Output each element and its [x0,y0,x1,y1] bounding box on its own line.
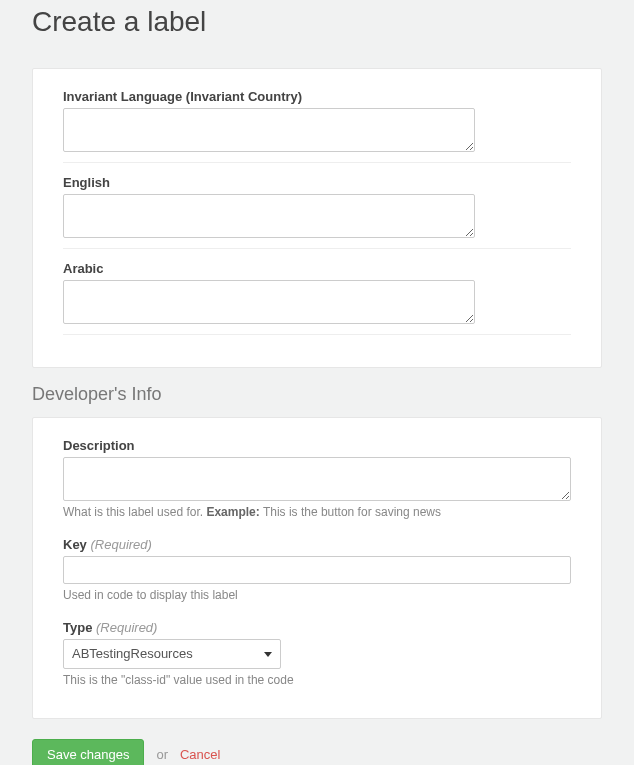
arabic-label: Arabic [63,261,571,276]
developer-info-panel: Description What is this label used for.… [32,417,602,719]
divider [63,248,571,249]
invariant-textarea[interactable] [63,108,475,152]
english-textarea[interactable] [63,194,475,238]
actions-row: Save changes or Cancel [32,739,602,765]
cancel-link[interactable]: Cancel [180,747,220,762]
divider [63,162,571,163]
languages-panel: Invariant Language (Invariant Country) E… [32,68,602,368]
description-help: What is this label used for. Example: Th… [63,504,571,521]
developer-info-title: Developer's Info [32,384,602,405]
or-text: or [156,747,168,762]
page-title: Create a label [32,6,602,38]
key-input[interactable] [63,556,571,584]
type-help: This is the "class-id" value used in the… [63,672,571,689]
english-label: English [63,175,571,190]
invariant-label: Invariant Language (Invariant Country) [63,89,571,104]
description-label: Description [63,438,571,453]
key-label: Key (Required) [63,537,571,552]
key-help: Used in code to display this label [63,587,571,604]
type-select[interactable]: ABTestingResources [63,639,281,669]
type-label: Type (Required) [63,620,571,635]
save-button[interactable]: Save changes [32,739,144,765]
divider [63,334,571,335]
arabic-textarea[interactable] [63,280,475,324]
description-textarea[interactable] [63,457,571,501]
